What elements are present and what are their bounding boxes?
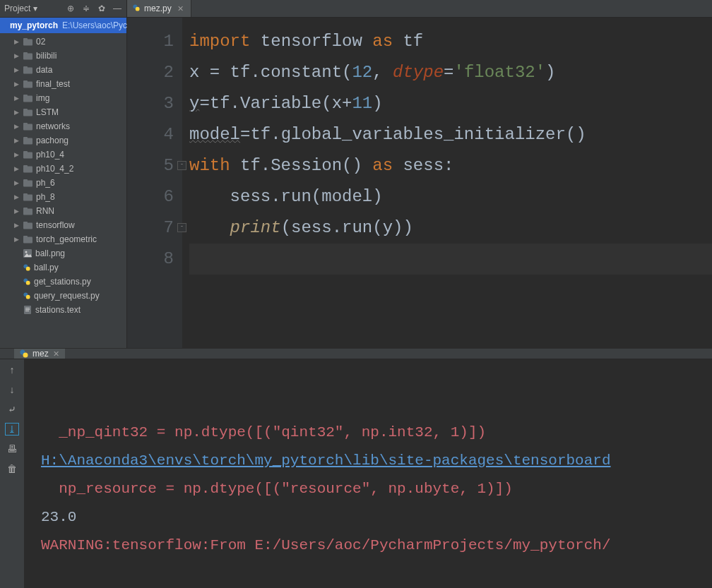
chevron-right-icon: ▶	[14, 80, 20, 88]
chevron-right-icon: ▶	[14, 165, 20, 172]
project-root[interactable]: my_pytorch E:\Users\aoc\Pyc	[0, 18, 126, 33]
tree-item[interactable]: ▶LSTM	[0, 105, 126, 119]
wrap-icon[interactable]: ⤶	[6, 403, 18, 416]
tab-label: mez.py	[144, 4, 172, 13]
folder-icon	[23, 208, 32, 215]
close-icon[interactable]: ✕	[176, 4, 185, 13]
tree-item-label: data	[36, 65, 52, 75]
tree-item-label: get_stations.py	[34, 277, 91, 287]
gutter: 12345678--	[127, 18, 182, 348]
tree-item[interactable]: ▶RNN	[0, 204, 126, 218]
tree-item[interactable]: ▶bilibili	[0, 49, 126, 63]
code-line[interactable]: with tf.Session() as sess:	[189, 150, 712, 181]
run-panel: mez ✕ ↑ ↓ ⤶ ⤓ 🖶 🗑 _np_qint32 = np.dtype(…	[0, 348, 712, 588]
fold-handle[interactable]: -	[177, 161, 186, 170]
tree-item[interactable]: ▶ph10_4_2	[0, 162, 126, 176]
code-line[interactable]: print(sess.run(y))	[189, 212, 712, 244]
target-icon[interactable]: ⊕	[66, 4, 76, 13]
code-line[interactable]: import tensorflow as tf	[189, 26, 712, 57]
folder-icon	[23, 123, 32, 131]
console-line: H:\Anaconda3\envs\torch\my_pytorch\lib\s…	[41, 447, 706, 475]
code-line[interactable]: model=tf.global_variables_initializer()	[189, 119, 712, 150]
tree-item-label: networks	[36, 121, 70, 131]
code-line[interactable]: x = tf.constant(12, dtype='float32')	[189, 57, 712, 88]
tree-item-label: pachong	[36, 136, 69, 145]
tree-item-label: tensorflow	[36, 220, 75, 230]
trash-icon[interactable]: 🗑	[6, 462, 18, 475]
svg-rect-42	[25, 311, 29, 311]
editor-tab[interactable]: mez.py✕	[127, 0, 191, 17]
tree-item-label: RNN	[36, 206, 54, 216]
tree-item[interactable]: get_stations.py	[0, 275, 126, 289]
up-arrow-icon[interactable]: ↑	[6, 364, 18, 376]
tree-item[interactable]: ▶ph_8	[0, 190, 126, 204]
chevron-right-icon: ▶	[14, 222, 20, 229]
print-icon[interactable]: 🖶	[6, 443, 18, 455]
tree-item[interactable]: ▶pachong	[0, 133, 126, 148]
python-icon	[23, 278, 30, 285]
run-tab[interactable]: mez ✕	[14, 349, 65, 359]
chevron-down-icon: ▾	[33, 4, 37, 13]
svg-rect-22	[23, 179, 28, 181]
svg-rect-8	[23, 80, 28, 83]
collapse-icon[interactable]: ≑	[81, 4, 91, 13]
tree-item-label: torch_geometric	[36, 234, 97, 244]
folder-icon	[23, 52, 32, 60]
tree-item[interactable]: ▶02	[0, 35, 126, 49]
tree-item-label: ball.py	[34, 263, 59, 272]
project-sidebar: Project ▾ ⊕ ≑ ✿ — my_pytorch E:\Users\ao…	[0, 0, 127, 348]
chevron-right-icon: ▶	[14, 109, 20, 116]
console-line: _np_qint32 = np.dtype([("qint32", np.int…	[41, 419, 706, 447]
tree-item-label: ball.png	[35, 248, 65, 258]
tree-item[interactable]: ball.png	[0, 246, 126, 260]
tree-item[interactable]: query_request.py	[0, 289, 126, 303]
folder-icon	[23, 38, 32, 46]
code-line[interactable]: sess.run(model)	[189, 181, 712, 212]
tree-item[interactable]: ball.py	[0, 260, 126, 275]
project-root-name: my_pytorch	[10, 20, 58, 30]
tree-item[interactable]: stations.text	[0, 303, 126, 317]
fold-handle[interactable]: -	[177, 223, 186, 232]
chevron-right-icon: ▶	[14, 193, 20, 200]
close-icon[interactable]: ✕	[53, 349, 59, 359]
svg-rect-10	[23, 95, 28, 97]
tree-item-label: query_request.py	[34, 291, 100, 301]
tree-item-label: ph_6	[36, 178, 55, 188]
svg-rect-16	[23, 137, 28, 139]
console-output[interactable]: _np_qint32 = np.dtype([("qint32", np.int…	[24, 359, 712, 588]
tree-item-label: ph10_4_2	[36, 164, 73, 174]
down-arrow-icon[interactable]: ↓	[6, 383, 18, 396]
tree-item[interactable]: ▶tensorflow	[0, 218, 126, 232]
folder-icon	[23, 95, 32, 102]
tree-item[interactable]: ▶final_test	[0, 77, 126, 91]
tree-item-label: stations.text	[35, 305, 81, 315]
tree-item[interactable]: ▶torch_geometric	[0, 232, 126, 246]
tree-item-label: ph_8	[36, 192, 55, 202]
chevron-right-icon: ▶	[14, 123, 20, 130]
chevron-right-icon: ▶	[14, 151, 20, 158]
code-line[interactable]	[189, 244, 712, 275]
tree-item[interactable]: ▶networks	[0, 119, 126, 133]
code-editor[interactable]: 12345678-- import tensorflow as tfx = tf…	[127, 18, 712, 348]
folder-icon	[23, 137, 32, 145]
chevron-right-icon: ▶	[14, 236, 20, 243]
hide-icon[interactable]: —	[112, 4, 122, 13]
gear-icon[interactable]: ✿	[97, 4, 107, 13]
svg-rect-41	[25, 309, 30, 310]
chevron-right-icon: ▶	[14, 179, 20, 186]
tree-item[interactable]: ▶data	[0, 63, 126, 77]
image-icon	[23, 249, 32, 258]
tree-item[interactable]: ▶img	[0, 91, 126, 105]
code-body[interactable]: import tensorflow as tfx = tf.constant(1…	[182, 18, 712, 348]
project-title[interactable]: Project ▾	[4, 4, 37, 13]
python-icon	[23, 264, 30, 271]
code-line[interactable]: y=tf.Variable(x+11)	[189, 88, 712, 119]
scroll-lock-icon[interactable]: ⤓	[5, 423, 19, 436]
project-title-text: Project	[4, 4, 30, 13]
python-icon	[133, 4, 140, 13]
tree-item[interactable]: ▶ph10_4	[0, 148, 126, 162]
tree-item-label: bilibili	[36, 51, 57, 61]
run-tab-label: mez	[32, 349, 49, 359]
sidebar-header: Project ▾ ⊕ ≑ ✿ —	[0, 0, 126, 18]
tree-item[interactable]: ▶ph_6	[0, 176, 126, 190]
